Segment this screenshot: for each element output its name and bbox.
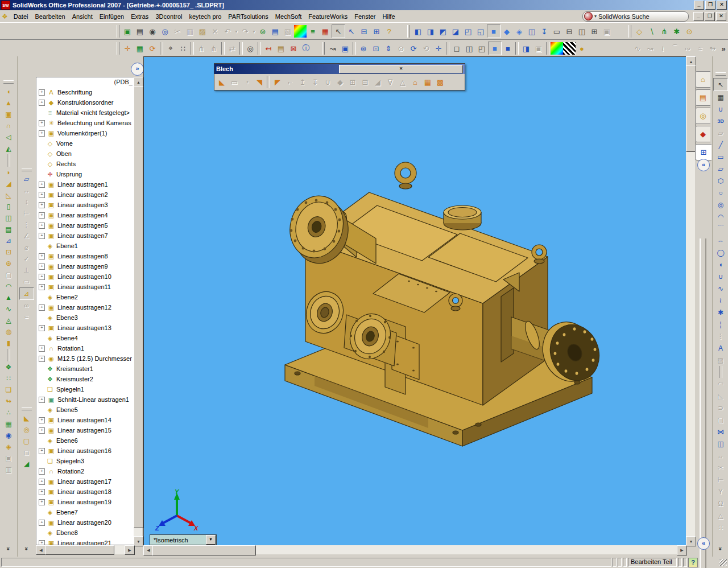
view-isometric-icon[interactable]: ■ (487, 24, 500, 38)
split-entities-icon[interactable]: Y (714, 485, 727, 497)
rebuild-icon[interactable]: ⊚ (257, 25, 269, 38)
thicken-icon[interactable]: ▤ (2, 224, 15, 235)
expand-toggle[interactable] (39, 212, 45, 219)
sketch-plane-icon[interactable]: ▱ (714, 127, 727, 139)
tangent-arc-icon[interactable]: ⌒ (714, 223, 727, 234)
scroll-right-icon[interactable]: ▶ (125, 545, 135, 555)
auto-dimension-icon[interactable]: ⊿ (19, 287, 34, 300)
gusset-icon[interactable]: ◻ (20, 447, 34, 458)
centerpoint-arc-icon[interactable]: ◠ (714, 211, 727, 223)
surface-finish-icon[interactable]: ✓ (20, 253, 34, 265)
taskpane-home-tab[interactable]: ⌂ (695, 71, 710, 88)
composite-curve-icon[interactable]: ≀ (656, 42, 669, 55)
shaded-with-edges-icon[interactable]: ■ (488, 42, 502, 55)
tree-item[interactable]: ❖ Kreismuster1 (36, 364, 134, 374)
flatten-icon[interactable]: ▦ (421, 76, 434, 88)
expand-toggle[interactable] (39, 120, 45, 126)
two-view-horizontal-icon[interactable]: ⊟ (563, 25, 576, 38)
expand-toggle[interactable] (39, 479, 45, 485)
toolbar-more-icon[interactable]: » (715, 542, 726, 555)
flex-icon[interactable]: ▮ (2, 337, 15, 349)
toolbar-grip[interactable] (3, 80, 14, 84)
view-dimetric-icon[interactable]: ◈ (513, 25, 526, 38)
toolbar-grip[interactable] (322, 42, 325, 55)
dim-review-icon[interactable]: ∞ (20, 300, 34, 311)
design-binder-icon[interactable]: ▤ (269, 25, 282, 38)
menu-item[interactable]: Extras (127, 12, 152, 21)
weld-symbol-icon[interactable]: ⊥ (20, 265, 34, 276)
taskpane-collapse-button[interactable]: « (697, 159, 710, 171)
zoom-in-out-icon[interactable]: ⇕ (382, 42, 395, 55)
expand-toggle[interactable] (39, 510, 44, 515)
help-icon[interactable]: ? (383, 25, 395, 38)
cavity-body-icon[interactable]: ▣ (2, 452, 15, 464)
unfold-icon[interactable]: ⊞ (346, 76, 359, 88)
cavity-icon[interactable]: ▢ (2, 269, 15, 281)
menu-item[interactable]: Ansicht (69, 12, 96, 21)
tree-item[interactable]: ◈ Ebene8 (36, 528, 134, 538)
spline-icon[interactable]: ∿ (714, 282, 727, 294)
indent-icon[interactable]: ◬ (2, 315, 15, 326)
fillet-bead-icon[interactable]: ◢ (20, 458, 34, 470)
wireframe-icon[interactable]: ◻ (450, 42, 463, 55)
tree-item[interactable]: ∩ Rotation1 (36, 343, 134, 353)
tree-item[interactable]: ◈ Ebene5 (36, 405, 134, 415)
vault-icon[interactable]: ▣ (121, 25, 134, 38)
shell-icon[interactable]: ▯ (2, 201, 15, 212)
toolbar-grip[interactable] (715, 72, 726, 76)
parabola-icon[interactable]: ∪ (714, 270, 727, 282)
expand-toggle[interactable] (39, 295, 44, 300)
tree-item[interactable]: ◈ Ebene4 (36, 333, 134, 343)
tree-item[interactable]: ✳ Beleuchtung und Kameras (36, 118, 134, 128)
fill-pattern-icon[interactable]: ◉ (2, 430, 15, 441)
dim-vertical-icon[interactable]: ↕ (20, 196, 34, 208)
fold-icon[interactable]: ◆ (334, 76, 346, 88)
extend-entities-icon[interactable]: ⊢ (714, 474, 727, 485)
tree-item[interactable]: ▣ Linear austragen5 (36, 220, 134, 231)
gradient-background-icon[interactable] (551, 42, 563, 55)
expand-toggle[interactable] (39, 284, 45, 290)
single-view-icon[interactable]: ▭ (551, 25, 563, 38)
sketch-point-icon[interactable]: ✱ (714, 306, 727, 318)
pane-horizontal-icon[interactable]: ⊟ (358, 25, 370, 38)
toolbar-grip[interactable] (628, 25, 631, 38)
dim-chamfer-icon[interactable]: ∠ (20, 231, 34, 242)
options-list-icon[interactable]: ≡ (307, 25, 319, 38)
weld-bead-icon[interactable]: ◎ (20, 424, 34, 435)
polygon-icon[interactable]: ⬡ (714, 175, 727, 187)
jog-up-icon[interactable]: ↥ (296, 76, 309, 88)
blech-titlebar[interactable]: Blech ✕ (214, 64, 465, 74)
expand-toggle[interactable] (39, 530, 44, 536)
tree-item[interactable]: ❏ Spiegeln1 (36, 384, 134, 394)
parallelogram-icon[interactable]: ▱ (714, 163, 727, 175)
join-icon[interactable]: ▥ (2, 464, 15, 475)
expand-toggle[interactable] (39, 233, 45, 239)
tree-item[interactable]: ▣ Linear austragen16 (36, 446, 134, 456)
expand-toggle[interactable] (39, 182, 45, 188)
ellipse-icon[interactable]: ◯ (714, 246, 727, 258)
color-swatches-icon[interactable] (294, 25, 307, 38)
paste-icon[interactable]: ▨ (196, 25, 209, 38)
zoom-selected-icon[interactable]: ⊙ (395, 42, 407, 55)
project-curve-icon[interactable]: ∿ (631, 42, 644, 55)
print-preview-icon[interactable]: ◎ (159, 25, 171, 38)
loft-boss-icon[interactable]: ▲ (2, 97, 15, 109)
view-trimetric-icon[interactable]: ◆ (500, 25, 513, 38)
doc-minimize-button[interactable]: _ (693, 12, 704, 21)
toolbar-grip[interactable] (22, 407, 32, 410)
sweep-cut-icon[interactable]: ◁ (2, 131, 15, 143)
copy-icon[interactable]: ▥ (184, 25, 196, 38)
blech-toolbar[interactable]: Blech ✕ ◣▭◔◥◤⌐↥↧∪◆⊞⊟◢∇△⌂▦▩ (214, 63, 465, 90)
lic-folder-icon[interactable]: ▤ (275, 42, 287, 55)
expand-toggle[interactable] (39, 130, 45, 137)
tree-item[interactable]: ▣ Linear austragen3 (36, 200, 134, 210)
toolbar-grip[interactable] (22, 168, 32, 171)
menu-item[interactable]: Einfügen (96, 12, 127, 21)
expand-toggle[interactable] (39, 325, 45, 331)
tree-item[interactable]: ▣ Linear austragen8 (36, 251, 134, 261)
cut-icon[interactable]: ✂ (171, 25, 184, 38)
vent-icon[interactable]: △ (396, 76, 409, 88)
four-view-icon[interactable]: ⊞ (588, 25, 601, 38)
delete-icon[interactable]: ✕ (209, 25, 221, 38)
tree-item[interactable]: ✛ Ursprung (36, 169, 134, 179)
